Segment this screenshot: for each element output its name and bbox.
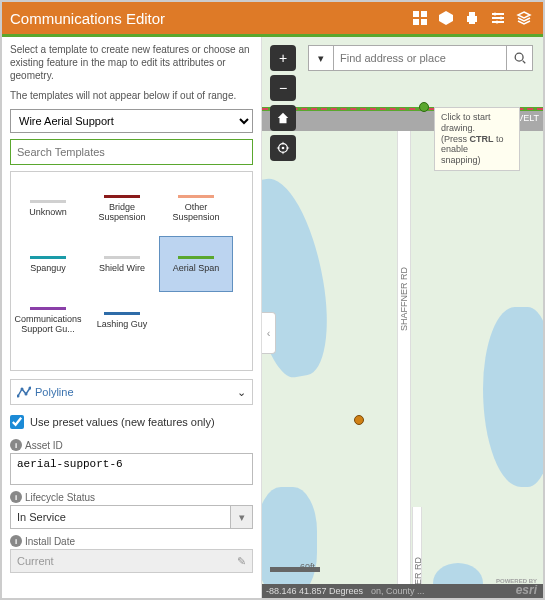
template-swatch	[30, 307, 66, 310]
attribution-text: on, County ...	[371, 586, 425, 596]
feature-type-select[interactable]: Wire Aerial Support	[10, 109, 253, 133]
search-submit-button[interactable]	[507, 45, 533, 71]
template-item[interactable]: Other Suspension	[159, 180, 233, 236]
info-icon: i	[10, 439, 22, 451]
drawing-vertex[interactable]	[419, 102, 429, 112]
map-search-input[interactable]	[334, 45, 507, 71]
template-label: Other Suspension	[162, 202, 230, 222]
app-title: Communications Editor	[10, 10, 165, 27]
scale-bar: 60ft	[270, 567, 320, 582]
coords-readout: -88.146 41.857 Degrees	[266, 586, 363, 596]
template-item[interactable]: Shield Wire	[85, 236, 159, 292]
svg-rect-0	[413, 11, 419, 17]
svg-rect-1	[421, 11, 427, 17]
template-item[interactable]: Aerial Span	[159, 236, 233, 292]
svg-point-16	[515, 53, 523, 61]
lifecycle-dropdown-button[interactable]: ▾	[231, 505, 253, 529]
road-label-shaffner: SHAFFNER RD	[399, 267, 409, 331]
app-header: Communications Editor	[2, 2, 543, 34]
locate-button[interactable]	[270, 135, 296, 161]
geometry-type-label: Polyline	[35, 386, 74, 398]
svg-rect-5	[469, 12, 475, 16]
preset-checkbox[interactable]	[10, 415, 24, 429]
map-marker[interactable]	[354, 415, 364, 425]
home-button[interactable]	[270, 105, 296, 131]
geometry-type-bar[interactable]: Polyline ⌄	[10, 379, 253, 405]
pencil-icon[interactable]: ✎	[237, 555, 246, 568]
template-label: Communications Support Gu...	[14, 314, 82, 334]
template-swatch	[30, 256, 66, 259]
map-search-bar: ▾	[308, 45, 533, 71]
template-label: Shield Wire	[99, 263, 145, 273]
template-item[interactable]: Unknown	[11, 180, 85, 236]
sidebar-collapse-handle[interactable]: ‹	[262, 312, 276, 354]
search-icon	[513, 51, 527, 65]
lifecycle-label: iLifecycle Status	[10, 491, 253, 503]
editor-sidebar: Select a template to create new features…	[2, 37, 262, 598]
template-item[interactable]: Lashing Guy	[85, 292, 159, 348]
asset-id-label: iAsset ID	[10, 439, 253, 451]
asset-id-input[interactable]: aerial-support-6	[10, 453, 253, 485]
layers-icon[interactable]	[513, 7, 535, 29]
svg-rect-6	[469, 20, 475, 24]
template-swatch	[104, 256, 140, 259]
svg-point-7	[494, 13, 497, 16]
templates-panel: UnknownBridge SuspensionOther Suspension…	[10, 171, 253, 371]
install-date-label: iInstall Date	[10, 535, 253, 547]
template-label: Unknown	[29, 207, 67, 217]
template-swatch	[178, 256, 214, 259]
svg-rect-2	[413, 19, 419, 25]
grid-icon[interactable]	[409, 7, 431, 29]
svg-rect-3	[421, 19, 427, 25]
road-vertical	[397, 127, 411, 598]
template-swatch	[30, 200, 66, 203]
svg-point-8	[500, 17, 503, 20]
template-item[interactable]: Communications Support Gu...	[11, 292, 85, 348]
install-date-input[interactable]: Current ✎	[10, 549, 253, 573]
map-canvas[interactable]: SHAFFNER RD NER RD ROOSEVELT Click to st…	[262, 37, 543, 598]
zoom-out-button[interactable]: −	[270, 75, 296, 101]
sliders-icon[interactable]	[487, 7, 509, 29]
print-icon[interactable]	[461, 7, 483, 29]
lifecycle-select[interactable]: In Service	[10, 505, 231, 529]
search-source-dropdown[interactable]: ▾	[308, 45, 334, 71]
template-item[interactable]: Spanguy	[11, 236, 85, 292]
template-label: Spanguy	[30, 263, 66, 273]
range-note: The templates will not appear below if o…	[2, 88, 261, 109]
search-templates-input[interactable]	[10, 139, 253, 165]
svg-point-9	[496, 21, 499, 24]
header-toolbar	[409, 7, 535, 29]
template-swatch	[104, 195, 140, 198]
svg-point-15	[282, 147, 285, 150]
drawing-tooltip: Click to start drawing. (Press CTRL to e…	[434, 107, 520, 171]
zoom-in-button[interactable]: +	[270, 45, 296, 71]
template-item[interactable]: Bridge Suspension	[85, 180, 159, 236]
template-swatch	[104, 312, 140, 315]
template-swatch	[178, 195, 214, 198]
chevron-down-icon: ⌄	[237, 386, 246, 399]
polyline-icon	[17, 386, 31, 398]
template-label: Aerial Span	[173, 263, 220, 273]
instructions-text: Select a template to create new features…	[2, 37, 261, 88]
info-icon: i	[10, 535, 22, 547]
info-icon: i	[10, 491, 22, 503]
water-body	[483, 307, 543, 487]
preset-label: Use preset values (new features only)	[30, 416, 215, 428]
svg-point-11	[21, 388, 24, 391]
template-label: Lashing Guy	[97, 319, 148, 329]
svg-point-12	[25, 393, 28, 396]
esri-logo: POWERED BY esri	[496, 578, 537, 596]
preset-row: Use preset values (new features only)	[2, 409, 261, 435]
cube-icon[interactable]	[435, 7, 457, 29]
template-label: Bridge Suspension	[88, 202, 156, 222]
